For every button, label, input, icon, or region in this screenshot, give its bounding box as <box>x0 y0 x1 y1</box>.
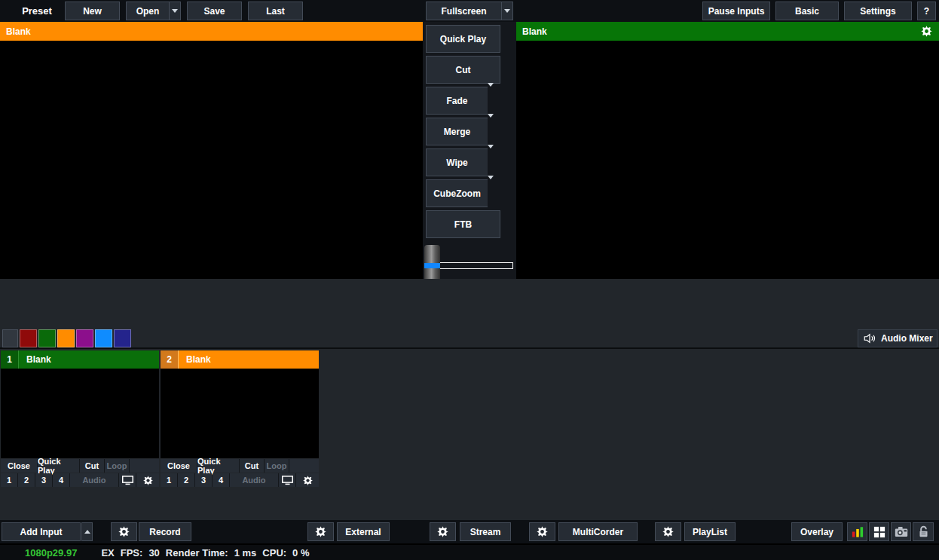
stream-settings-button[interactable] <box>430 522 456 541</box>
fade-dropdown[interactable] <box>488 87 500 115</box>
input-2-fullscreen-monitor-button[interactable] <box>279 473 295 487</box>
input-2-video-area[interactable] <box>161 369 319 458</box>
input-2-close-button[interactable]: Close <box>161 459 197 473</box>
input-1: 1 Blank Close Quick Play Cut Loop 1 2 3 … <box>1 350 159 487</box>
cut-button[interactable]: Cut <box>426 56 500 84</box>
cubezoom-dropdown[interactable] <box>488 179 500 207</box>
color-group-strip: Audio Mixer <box>0 279 939 349</box>
audio-levels-button[interactable] <box>847 522 867 541</box>
input-1-overlay-2-button[interactable]: 2 <box>18 473 35 487</box>
top-toolbar: Preset New Open Save Last Fullscreen Pau… <box>0 0 939 22</box>
settings-button[interactable]: Settings <box>844 2 912 20</box>
input-2-overlay-3-button[interactable]: 3 <box>195 473 212 487</box>
input-1-settings-button[interactable] <box>136 473 159 487</box>
input-2-footer-spacer <box>289 459 319 473</box>
fullscreen-button[interactable]: Fullscreen <box>426 2 501 20</box>
color-swatch-red[interactable] <box>20 329 37 347</box>
save-preset-button[interactable]: Save <box>187 2 242 20</box>
fade-split-button: Fade <box>426 87 500 115</box>
help-button[interactable]: ? <box>917 2 936 20</box>
input-1-label: Blank <box>19 354 51 365</box>
color-swatch-none[interactable] <box>2 329 18 347</box>
add-input-dropdown[interactable] <box>81 522 93 541</box>
snapshot-button[interactable] <box>891 522 911 541</box>
multicorder-button[interactable]: MultiCorder <box>558 522 638 541</box>
color-swatch-purple[interactable] <box>76 329 93 347</box>
merge-dropdown[interactable] <box>488 118 500 145</box>
input-2-audio-button[interactable]: Audio <box>230 473 278 487</box>
vmix-main-window: Preset New Open Save Last Fullscreen Pau… <box>0 0 939 560</box>
open-preset-button[interactable]: Open <box>126 2 169 20</box>
quick-play-button[interactable]: Quick Play <box>426 25 500 53</box>
preview-video-area[interactable] <box>0 41 423 279</box>
wipe-split-button: Wipe <box>426 148 500 176</box>
input-1-overlay-1-button[interactable]: 1 <box>1 473 17 487</box>
fullscreen-dropdown[interactable] <box>501 2 513 20</box>
chevron-down-icon <box>488 176 494 190</box>
playlist-settings-button[interactable] <box>655 522 681 541</box>
render-time-label: Render Time: <box>166 547 228 558</box>
color-swatch-navy[interactable] <box>114 329 131 347</box>
external-button[interactable]: External <box>337 522 390 541</box>
multicorder-settings-button[interactable] <box>529 522 555 541</box>
preview-monitor: Blank <box>0 22 423 279</box>
unlock-icon <box>918 525 929 538</box>
output-video-area[interactable] <box>516 41 939 279</box>
new-preset-button[interactable]: New <box>65 2 120 20</box>
input-1-title-bar[interactable]: 1 Blank <box>1 350 159 369</box>
external-settings-button[interactable] <box>307 522 334 541</box>
input-2-overlay-2-button[interactable]: 2 <box>178 473 194 487</box>
stream-button[interactable]: Stream <box>460 522 511 541</box>
wipe-button[interactable]: Wipe <box>426 148 488 176</box>
fade-button[interactable]: Fade <box>426 87 488 115</box>
input-2-cut-button[interactable]: Cut <box>240 459 264 473</box>
input-1-quick-play-button[interactable]: Quick Play <box>38 459 79 473</box>
wipe-dropdown[interactable] <box>488 148 500 176</box>
color-swatch-orange[interactable] <box>57 329 75 347</box>
output-settings-button[interactable] <box>920 25 933 38</box>
last-preset-button[interactable]: Last <box>248 2 303 20</box>
playlist-button[interactable]: PlayList <box>684 522 736 541</box>
input-1-overlay-4-button[interactable]: 4 <box>53 473 69 487</box>
input-2-overlay-4-button[interactable]: 4 <box>213 473 229 487</box>
merge-button[interactable]: Merge <box>426 118 488 145</box>
input-2-settings-button[interactable] <box>296 473 319 487</box>
input-1-close-button[interactable]: Close <box>1 459 37 473</box>
pause-inputs-button[interactable]: Pause Inputs <box>702 2 770 20</box>
input-2-quick-play-button[interactable]: Quick Play <box>197 459 239 473</box>
audio-mixer-button[interactable]: Audio Mixer <box>858 329 937 347</box>
open-preset-dropdown[interactable] <box>169 2 181 20</box>
merge-split-button: Merge <box>426 118 500 145</box>
color-swatch-blue[interactable] <box>95 329 112 347</box>
input-1-loop-button[interactable]: Loop <box>105 459 129 473</box>
input-1-overlay-3-button[interactable]: 3 <box>35 473 52 487</box>
input-1-number: 1 <box>1 350 19 369</box>
input-1-cut-button[interactable]: Cut <box>80 459 104 473</box>
input-2-controls-row1: Close Quick Play Cut Loop <box>161 459 319 473</box>
overlay-button[interactable]: Overlay <box>791 522 843 541</box>
input-1-fullscreen-monitor-button[interactable] <box>119 473 136 487</box>
gear-icon <box>436 525 449 538</box>
color-swatch-green[interactable] <box>38 329 56 347</box>
input-2-title-bar[interactable]: 2 Blank <box>161 350 319 369</box>
basic-mode-button[interactable]: Basic <box>775 2 839 20</box>
add-input-button[interactable]: Add Input <box>2 522 81 541</box>
lock-interface-button[interactable] <box>913 522 934 541</box>
record-settings-button[interactable] <box>111 522 137 541</box>
record-button[interactable]: Record <box>139 522 191 541</box>
input-1-video-area[interactable] <box>1 369 159 458</box>
ftb-button[interactable]: FTB <box>426 210 500 238</box>
gear-icon <box>920 25 933 38</box>
multiview-grid-button[interactable] <box>869 522 889 541</box>
chevron-down-icon <box>172 9 178 13</box>
tbar-position-stripe <box>424 263 440 268</box>
input-2-loop-button[interactable]: Loop <box>265 459 289 473</box>
fullscreen-split-button: Fullscreen <box>426 2 513 20</box>
input-1-audio-button[interactable]: Audio <box>70 473 118 487</box>
fps-label: FPS: <box>121 547 143 558</box>
fps-value: 30 <box>148 547 159 558</box>
cubezoom-button[interactable]: CubeZoom <box>426 179 488 207</box>
input-2-overlay-1-button[interactable]: 1 <box>161 473 177 487</box>
tbar-track[interactable] <box>436 262 513 269</box>
input-2-label: Blank <box>179 354 211 365</box>
